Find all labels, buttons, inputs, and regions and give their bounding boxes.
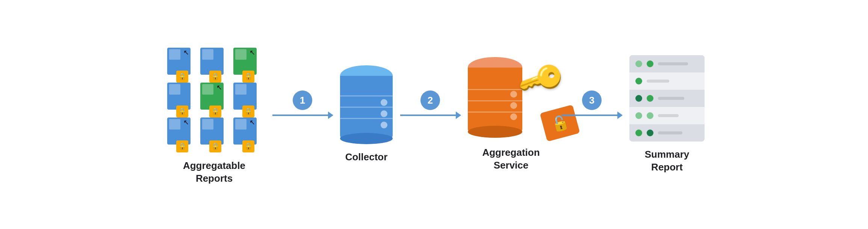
- report-item: 🔒: [233, 83, 263, 114]
- dot-mid-green: [635, 130, 642, 136]
- dot-mid-green: [647, 60, 653, 67]
- summary-table-icon: [629, 55, 705, 142]
- report-item: ↖ 🔒: [167, 48, 197, 80]
- step-badge-1: 1: [293, 90, 312, 110]
- node-aggregatable-reports: ↖ 🔒 🔒 ↖ 🔒 🔒 ↖: [163, 44, 265, 185]
- lock-badge: 🔒: [209, 71, 221, 83]
- dot-light-green: [635, 60, 642, 67]
- step-2-arrow: 2: [393, 90, 468, 116]
- architecture-diagram: ↖ 🔒 🔒 ↖ 🔒 🔒 ↖: [0, 36, 868, 193]
- dot-line: [658, 131, 682, 134]
- node-label-aggregatable-reports: Aggregatable Reports: [183, 160, 245, 185]
- report-item: 🔒: [200, 48, 230, 80]
- lock-badge: 🔒: [176, 71, 188, 83]
- dot-line: [647, 80, 669, 83]
- node-label-aggregation-service: Aggregation Service: [482, 146, 540, 172]
- reports-grid-icon: ↖ 🔒 🔒 ↖ 🔒 🔒 ↖: [163, 44, 265, 153]
- report-item: ↖ 🔒: [200, 83, 230, 114]
- dot-line: [658, 62, 688, 65]
- summary-row: [629, 90, 705, 107]
- cursor-icon: ↖: [250, 48, 255, 57]
- report-item: ↖ 🔒: [233, 48, 263, 80]
- node-aggregation-service: 🔑 🔓 Aggregation Service: [468, 57, 554, 172]
- lock-badge: 🔒: [209, 140, 221, 152]
- node-label-summary-report: Summary Report: [645, 148, 690, 174]
- dot-dark-green: [635, 95, 642, 102]
- report-item: ↖ 🔒: [233, 118, 263, 149]
- dot-line: [658, 114, 679, 117]
- cursor-icon: ↖: [216, 83, 222, 92]
- arrow-line-2: [400, 114, 460, 116]
- step-badge-3: 3: [582, 90, 602, 110]
- summary-row: [629, 55, 705, 72]
- dot-light-green: [647, 112, 653, 119]
- lock-badge: 🔒: [242, 105, 254, 118]
- db-cylinder-blue: [340, 65, 393, 144]
- summary-row: [629, 124, 705, 142]
- lock-badge: 🔒: [209, 105, 221, 118]
- node-collector: Collector: [340, 65, 393, 164]
- dot-light-green: [635, 112, 642, 119]
- arrow-line-1: [272, 114, 333, 116]
- step-1-arrow: 1: [265, 90, 340, 116]
- dot-mid-green: [635, 78, 642, 84]
- summary-row: [629, 107, 705, 124]
- dot-dark-green: [647, 130, 653, 136]
- step-3-arrow: 3: [554, 90, 629, 116]
- cursor-icon: ↖: [183, 48, 189, 57]
- lock-badge: 🔒: [242, 140, 254, 152]
- arrow-line-3: [562, 114, 622, 116]
- summary-row: [629, 72, 705, 90]
- dot-line: [658, 97, 684, 100]
- node-summary-report: Summary Report: [629, 55, 705, 174]
- db-cylinder-orange: [468, 57, 522, 138]
- lock-badge: 🔒: [176, 105, 188, 118]
- db-body: [340, 76, 393, 140]
- report-item: 🔒: [167, 83, 197, 114]
- lock-badge: 🔒: [242, 71, 254, 83]
- lock-badge: 🔒: [176, 140, 188, 152]
- cursor-icon: ↖: [183, 118, 189, 127]
- cursor-icon: ↖: [250, 118, 255, 127]
- report-item: ↖ 🔒: [167, 118, 197, 149]
- step-badge-2: 2: [420, 90, 440, 110]
- aggregation-service-icon: 🔑 🔓: [468, 57, 554, 140]
- dot-mid-green: [647, 95, 653, 102]
- collector-icon: [340, 65, 393, 144]
- node-label-collector: Collector: [345, 151, 388, 164]
- report-item: 🔒: [200, 118, 230, 149]
